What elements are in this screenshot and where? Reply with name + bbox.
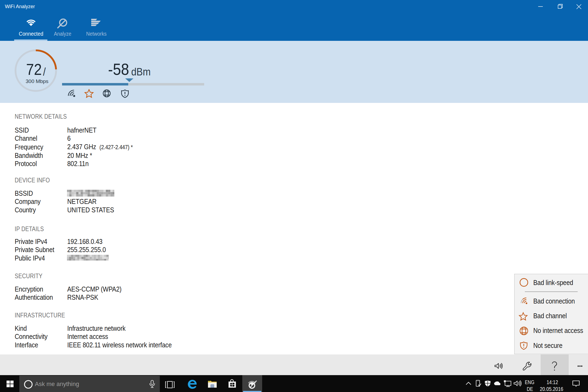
svg-text:ENG: ENG xyxy=(525,379,534,385)
svg-text:14:12: 14:12 xyxy=(547,379,558,385)
svg-text:20.05.2016: 20.05.2016 xyxy=(540,386,563,392)
svg-text:DE: DE xyxy=(527,386,533,392)
